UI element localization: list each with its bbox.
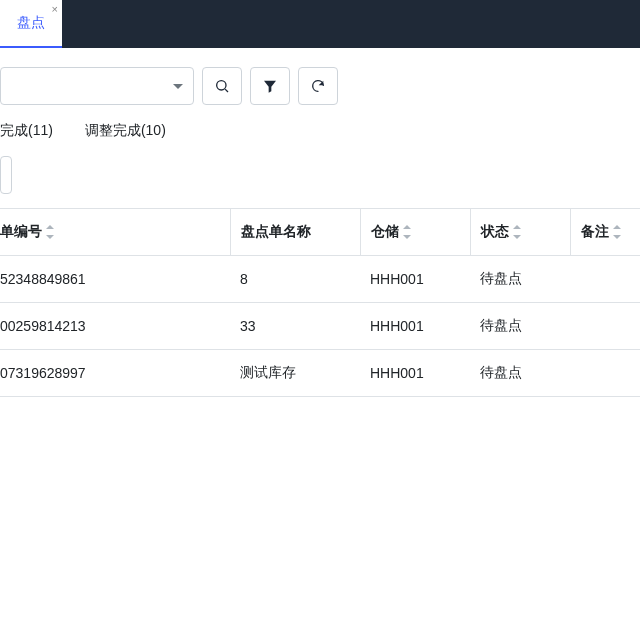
toolbar [0, 58, 640, 114]
cell-status: 待盘点 [470, 303, 570, 350]
table-row[interactable]: 52348849861 8 HHH001 待盘点 [0, 256, 640, 303]
chevron-down-icon [173, 84, 183, 89]
cell-num: 52348849861 [0, 256, 230, 303]
close-icon[interactable]: × [52, 4, 58, 15]
col-header-num[interactable]: 单编号 [0, 209, 230, 256]
table-header-row: 单编号 盘点单名称 仓储 状态 备注 [0, 209, 640, 256]
sort-icon [403, 225, 411, 239]
search-button[interactable] [202, 67, 242, 105]
cell-storage: HHH001 [360, 256, 470, 303]
refresh-icon [310, 78, 326, 94]
col-header-storage[interactable]: 仓储 [360, 209, 470, 256]
cell-storage: HHH001 [360, 350, 470, 397]
status-tabs: 完成(11) 调整完成(10) [0, 114, 640, 156]
sort-icon [46, 225, 54, 239]
col-header-name[interactable]: 盘点单名称 [230, 209, 360, 256]
cell-remark [570, 303, 640, 350]
sort-icon [613, 225, 621, 239]
action-button-cut[interactable] [0, 156, 12, 194]
topbar: 盘点 × [0, 0, 640, 48]
status-tab-complete[interactable]: 完成(11) [0, 122, 53, 140]
cell-storage: HHH001 [360, 303, 470, 350]
svg-marker-2 [264, 81, 276, 93]
refresh-button[interactable] [298, 67, 338, 105]
cell-name: 33 [230, 303, 360, 350]
filter-icon [262, 78, 278, 94]
filter-button[interactable] [250, 67, 290, 105]
cell-num: 07319628997 [0, 350, 230, 397]
table-row[interactable]: 07319628997 测试库存 HHH001 待盘点 [0, 350, 640, 397]
status-tab-adjusted[interactable]: 调整完成(10) [85, 122, 166, 140]
search-icon [214, 78, 230, 94]
header-bar [62, 0, 640, 48]
col-header-status[interactable]: 状态 [470, 209, 570, 256]
cell-name: 8 [230, 256, 360, 303]
cell-name: 测试库存 [230, 350, 360, 397]
svg-line-1 [225, 89, 228, 92]
cell-status: 待盘点 [470, 350, 570, 397]
sort-icon [513, 225, 521, 239]
inventory-table: 单编号 盘点单名称 仓储 状态 备注 52348849861 8 HHH001 … [0, 208, 640, 397]
table-row[interactable]: 00259814213 33 HHH001 待盘点 [0, 303, 640, 350]
filter-dropdown[interactable] [0, 67, 194, 105]
cell-num: 00259814213 [0, 303, 230, 350]
tab-label: 盘点 [17, 14, 45, 32]
table-body: 52348849861 8 HHH001 待盘点 00259814213 33 … [0, 256, 640, 397]
active-tab[interactable]: 盘点 × [0, 0, 62, 48]
col-header-remark[interactable]: 备注 [570, 209, 640, 256]
cell-status: 待盘点 [470, 256, 570, 303]
cell-remark [570, 350, 640, 397]
svg-point-0 [217, 81, 226, 90]
cell-remark [570, 256, 640, 303]
